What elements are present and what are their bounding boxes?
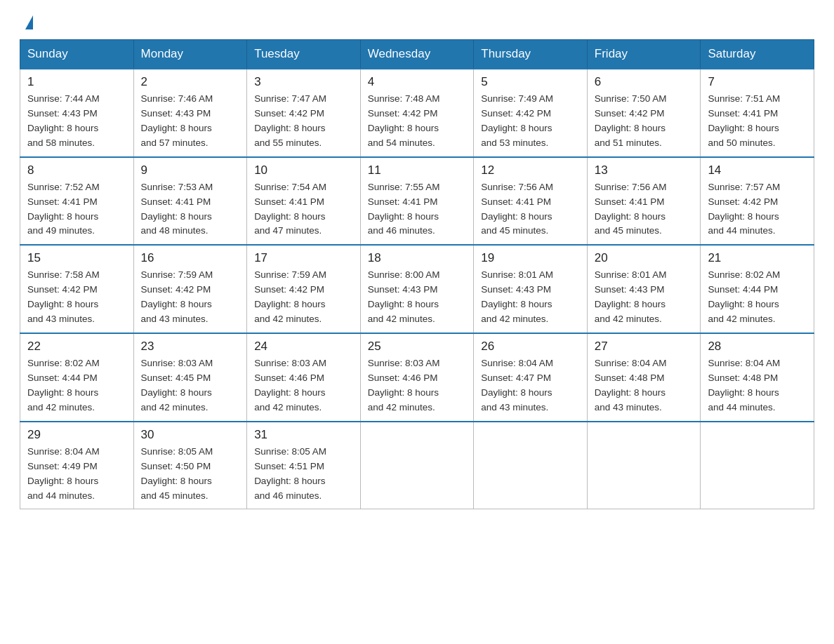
calendar-day-cell: 30 Sunrise: 8:05 AM Sunset: 4:50 PM Dayl… [133,422,247,509]
day-number: 4 [368,75,467,89]
day-number: 22 [27,340,126,354]
calendar-day-cell: 23 Sunrise: 8:03 AM Sunset: 4:45 PM Dayl… [133,333,247,422]
day-number: 28 [708,340,807,354]
day-info: Sunrise: 7:51 AM Sunset: 4:41 PM Dayligh… [708,92,807,151]
calendar-day-cell: 11 Sunrise: 7:55 AM Sunset: 4:41 PM Dayl… [360,157,474,246]
calendar-day-cell: 29 Sunrise: 8:04 AM Sunset: 4:49 PM Dayl… [20,422,134,509]
day-info: Sunrise: 7:46 AM Sunset: 4:43 PM Dayligh… [141,92,240,151]
logo [22,17,33,31]
day-number: 3 [254,75,353,89]
day-number: 1 [27,75,126,89]
day-info: Sunrise: 7:58 AM Sunset: 4:42 PM Dayligh… [27,268,126,327]
day-info: Sunrise: 7:47 AM Sunset: 4:42 PM Dayligh… [254,92,353,151]
day-number: 29 [27,428,126,442]
day-number: 24 [254,340,353,354]
calendar-empty-cell [474,422,588,509]
day-number: 2 [141,75,240,89]
day-number: 30 [141,428,240,442]
calendar-day-cell: 7 Sunrise: 7:51 AM Sunset: 4:41 PM Dayli… [701,69,814,157]
day-number: 6 [595,75,694,89]
day-info: Sunrise: 7:53 AM Sunset: 4:41 PM Dayligh… [141,180,240,239]
day-info: Sunrise: 7:56 AM Sunset: 4:41 PM Dayligh… [595,180,694,239]
day-info: Sunrise: 7:48 AM Sunset: 4:42 PM Dayligh… [368,92,467,151]
calendar-week-row: 22 Sunrise: 8:02 AM Sunset: 4:44 PM Dayl… [20,333,814,422]
calendar-day-cell: 12 Sunrise: 7:56 AM Sunset: 4:41 PM Dayl… [474,157,588,246]
calendar-day-cell: 2 Sunrise: 7:46 AM Sunset: 4:43 PM Dayli… [133,69,247,157]
calendar-week-row: 29 Sunrise: 8:04 AM Sunset: 4:49 PM Dayl… [20,422,814,509]
day-number: 31 [254,428,353,442]
calendar-header-saturday: Saturday [701,40,814,69]
calendar-header-row: SundayMondayTuesdayWednesdayThursdayFrid… [20,40,814,69]
day-number: 27 [595,340,694,354]
calendar-day-cell: 25 Sunrise: 8:03 AM Sunset: 4:46 PM Dayl… [360,333,474,422]
day-info: Sunrise: 8:00 AM Sunset: 4:43 PM Dayligh… [368,268,467,327]
calendar-day-cell: 5 Sunrise: 7:49 AM Sunset: 4:42 PM Dayli… [474,69,588,157]
day-info: Sunrise: 7:49 AM Sunset: 4:42 PM Dayligh… [481,92,580,151]
logo-triangle-icon [25,15,33,29]
calendar-empty-cell [360,422,474,509]
calendar-day-cell: 10 Sunrise: 7:54 AM Sunset: 4:41 PM Dayl… [247,157,361,246]
day-info: Sunrise: 7:54 AM Sunset: 4:41 PM Dayligh… [254,180,353,239]
day-info: Sunrise: 7:44 AM Sunset: 4:43 PM Dayligh… [27,92,126,151]
calendar-table: SundayMondayTuesdayWednesdayThursdayFrid… [20,39,814,509]
calendar-day-cell: 26 Sunrise: 8:04 AM Sunset: 4:47 PM Dayl… [474,333,588,422]
day-number: 26 [481,340,580,354]
day-info: Sunrise: 7:59 AM Sunset: 4:42 PM Dayligh… [254,268,353,327]
day-number: 20 [595,251,694,265]
calendar-day-cell: 14 Sunrise: 7:57 AM Sunset: 4:42 PM Dayl… [701,157,814,246]
calendar-header-monday: Monday [133,40,247,69]
day-info: Sunrise: 8:02 AM Sunset: 4:44 PM Dayligh… [708,268,807,327]
day-number: 23 [141,340,240,354]
day-number: 10 [254,163,353,177]
calendar-day-cell: 28 Sunrise: 8:04 AM Sunset: 4:48 PM Dayl… [701,333,814,422]
calendar-day-cell: 13 Sunrise: 7:56 AM Sunset: 4:41 PM Dayl… [587,157,701,246]
calendar-day-cell: 15 Sunrise: 7:58 AM Sunset: 4:42 PM Dayl… [20,245,134,333]
day-info: Sunrise: 8:04 AM Sunset: 4:47 PM Dayligh… [481,356,580,415]
calendar-week-row: 1 Sunrise: 7:44 AM Sunset: 4:43 PM Dayli… [20,69,814,157]
day-number: 5 [481,75,580,89]
day-info: Sunrise: 8:04 AM Sunset: 4:48 PM Dayligh… [708,356,807,415]
day-info: Sunrise: 8:03 AM Sunset: 4:46 PM Dayligh… [368,356,467,415]
day-number: 16 [141,251,240,265]
day-info: Sunrise: 8:01 AM Sunset: 4:43 PM Dayligh… [595,268,694,327]
calendar-day-cell: 1 Sunrise: 7:44 AM Sunset: 4:43 PM Dayli… [20,69,134,157]
calendar-day-cell: 8 Sunrise: 7:52 AM Sunset: 4:41 PM Dayli… [20,157,134,246]
day-info: Sunrise: 8:05 AM Sunset: 4:51 PM Dayligh… [254,445,353,504]
day-info: Sunrise: 8:03 AM Sunset: 4:46 PM Dayligh… [254,356,353,415]
calendar-day-cell: 4 Sunrise: 7:48 AM Sunset: 4:42 PM Dayli… [360,69,474,157]
page-header [0,0,834,39]
calendar-day-cell: 22 Sunrise: 8:02 AM Sunset: 4:44 PM Dayl… [20,333,134,422]
day-number: 15 [27,251,126,265]
calendar-header-thursday: Thursday [474,40,588,69]
calendar-day-cell: 18 Sunrise: 8:00 AM Sunset: 4:43 PM Dayl… [360,245,474,333]
day-number: 21 [708,251,807,265]
day-number: 7 [708,75,807,89]
day-info: Sunrise: 7:55 AM Sunset: 4:41 PM Dayligh… [368,180,467,239]
day-number: 13 [595,163,694,177]
day-number: 25 [368,340,467,354]
calendar-header-friday: Friday [587,40,701,69]
calendar-day-cell: 16 Sunrise: 7:59 AM Sunset: 4:42 PM Dayl… [133,245,247,333]
day-number: 14 [708,163,807,177]
day-number: 18 [368,251,467,265]
day-number: 8 [27,163,126,177]
calendar-empty-cell [587,422,701,509]
day-info: Sunrise: 8:04 AM Sunset: 4:49 PM Dayligh… [27,445,126,504]
day-info: Sunrise: 8:05 AM Sunset: 4:50 PM Dayligh… [141,445,240,504]
day-number: 11 [368,163,467,177]
calendar-header-wednesday: Wednesday [360,40,474,69]
calendar-day-cell: 6 Sunrise: 7:50 AM Sunset: 4:42 PM Dayli… [587,69,701,157]
day-number: 17 [254,251,353,265]
calendar-day-cell: 19 Sunrise: 8:01 AM Sunset: 4:43 PM Dayl… [474,245,588,333]
calendar-day-cell: 9 Sunrise: 7:53 AM Sunset: 4:41 PM Dayli… [133,157,247,246]
day-info: Sunrise: 8:04 AM Sunset: 4:48 PM Dayligh… [595,356,694,415]
calendar-day-cell: 20 Sunrise: 8:01 AM Sunset: 4:43 PM Dayl… [587,245,701,333]
calendar-day-cell: 21 Sunrise: 8:02 AM Sunset: 4:44 PM Dayl… [701,245,814,333]
calendar-week-row: 8 Sunrise: 7:52 AM Sunset: 4:41 PM Dayli… [20,157,814,246]
calendar-day-cell: 17 Sunrise: 7:59 AM Sunset: 4:42 PM Dayl… [247,245,361,333]
day-info: Sunrise: 8:03 AM Sunset: 4:45 PM Dayligh… [141,356,240,415]
calendar-week-row: 15 Sunrise: 7:58 AM Sunset: 4:42 PM Dayl… [20,245,814,333]
day-info: Sunrise: 7:59 AM Sunset: 4:42 PM Dayligh… [141,268,240,327]
day-info: Sunrise: 7:52 AM Sunset: 4:41 PM Dayligh… [27,180,126,239]
day-number: 9 [141,163,240,177]
